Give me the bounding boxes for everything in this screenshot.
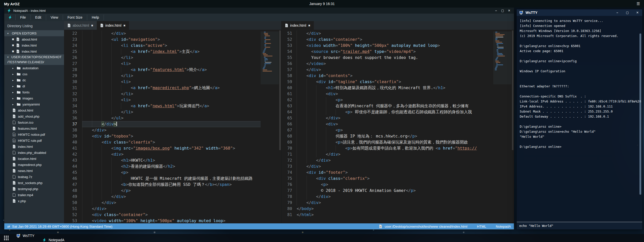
code-line-61[interactable]: <div> — [297, 91, 493, 97]
editor-scrollbar[interactable] — [279, 30, 281, 223]
code-line-52[interactable]: <div class="container"> — [82, 212, 261, 218]
open-editor-item[interactable]: about.html — [4, 36, 64, 42]
code-line-51[interactable]: </div> — [297, 30, 493, 37]
tree-folder-autostation[interactable]: autostation — [4, 65, 64, 71]
tree-file-item[interactable]: teabag.7z — [4, 174, 64, 180]
tree-folder-yamiyamimi[interactable]: yamiyamimi — [4, 101, 64, 107]
code-line-67[interactable]: <p> — [297, 127, 493, 133]
code-line-24[interactable]: <li class="active"> — [82, 43, 261, 49]
tree-file-item[interactable]: mapredirect.php — [4, 162, 64, 168]
close-editor-icon[interactable] — [12, 50, 14, 53]
tree-folder-dl[interactable]: dl — [4, 83, 64, 89]
code-line-31[interactable]: <a href="mapredirect.php">網上地圖</a> — [82, 85, 261, 91]
minimap[interactable] — [261, 30, 279, 223]
code-line-72[interactable]: </div> — [297, 157, 493, 163]
close-editor-icon[interactable] — [12, 38, 14, 41]
code-line-76[interactable]: <p> — [297, 182, 493, 188]
code-line-74[interactable]: <div id="footer"> — [297, 169, 493, 176]
tree-file-item[interactable]: testmysql.php — [4, 186, 64, 192]
code-line-57[interactable]: </div> — [297, 67, 493, 73]
code-line-81[interactable]: </html> — [297, 212, 493, 218]
code-line-71[interactable]: </div> — [297, 151, 493, 157]
code-area[interactable]: 2223242526272829303132333435363738394041… — [64, 30, 281, 223]
code-line-59[interactable]: <div id="tagline" class="clearfix"> — [297, 79, 493, 85]
tree-section-open-editors[interactable]: OPEN EDITORS — [4, 30, 64, 36]
code-line-27[interactable]: <li> — [82, 61, 261, 67]
code-line-70[interactable]: <p>如有問題或需要申請白名單，歡迎加入我們的 <a href="https:/… — [297, 145, 493, 151]
scrollbar-thumb[interactable] — [512, 30, 513, 150]
close-tab-icon[interactable] — [91, 24, 93, 27]
tree-file-item[interactable]: about.html — [4, 107, 64, 113]
code-line-35[interactable]: </li> — [82, 109, 261, 115]
code-line-53[interactable]: <video width="100%" height="500px" autop… — [82, 218, 261, 223]
code-line-51[interactable]: </div> — [82, 206, 261, 212]
code-line-36[interactable]: </ul> — [82, 115, 261, 121]
code-line-46[interactable]: HKWTC 是一個 Minecraft 的建築伺服器，主要建築計劃包括鐵路 — [82, 176, 261, 182]
tree-folder-fonts[interactable]: fonts — [4, 89, 64, 95]
code-line-28[interactable]: <a href="features.html">簡介</a> — [82, 67, 261, 73]
tab-about.html[interactable]: about.html — [64, 21, 97, 30]
code-line-49[interactable]: </div> — [82, 194, 261, 200]
tree-file-item[interactable]: index.html — [4, 144, 64, 150]
tree-section-workspace[interactable]: USER:/DESKTOP/SCREENSHOT/TEST/WWW CLEANE… — [4, 54, 64, 65]
code-line-34[interactable]: <a href="news.html">玩家傳送門</a> — [82, 103, 261, 109]
code-line-33[interactable]: <li> — [82, 97, 261, 103]
tree-file-item[interactable]: add_vhost.php — [4, 113, 64, 119]
tree-file-item[interactable]: x.php — [4, 198, 64, 204]
tree-file-item[interactable]: favicon.ico — [4, 119, 64, 125]
app-grid-icon[interactable] — [4, 236, 9, 240]
tree-file-item[interactable]: features.html — [4, 125, 64, 131]
code-line-38[interactable]: </div> — [82, 127, 261, 133]
code-line-66[interactable]: <div> — [297, 121, 493, 127]
code-line-62[interactable]: <p> — [297, 97, 493, 103]
code-line-45[interactable]: <p> — [82, 169, 261, 176]
code-lines[interactable]: </div> <ul id="navigation"> <li class="a… — [82, 30, 261, 223]
code-line-29[interactable]: </li> — [82, 73, 261, 79]
wstty-titlebar[interactable]: WsTTY — [517, 9, 642, 16]
tree-file-item[interactable]: index.php_disabled — [4, 150, 64, 156]
code-line-69[interactable]: <p>請注意，我們的伺服器為確保玩家及遊玩時的質素，我們對的服器開啟 — [297, 139, 493, 145]
code-line-60[interactable]: <h1>特別為建築及鐵路而設，現代化的 Minecraft 世界.</h1> — [297, 85, 493, 91]
code-line-42[interactable]: <div> — [82, 151, 261, 157]
editor-pane-right[interactable]: index.html515253545556575859606162636465… — [281, 21, 514, 223]
code-line-26[interactable]: </li> — [82, 55, 261, 61]
tree-file-item[interactable]: news.html — [4, 168, 64, 174]
code-line-25[interactable]: <a href="index.html">主頁</a> — [82, 49, 261, 55]
hamburger-menu-icon[interactable] — [637, 2, 640, 6]
code-line-40[interactable]: <div class="clearfix"> — [82, 139, 261, 145]
code-line-41[interactable]: <img src="images/box.png" height="342" w… — [82, 145, 261, 151]
code-line-43[interactable]: <h1>HKWTC</h1> — [82, 157, 261, 163]
code-line-44[interactable]: <h2>香港的建築伺服器</h2> — [82, 163, 261, 169]
code-line-65[interactable]: </div> — [297, 115, 493, 121]
code-line-54[interactable]: <source src="trailer.mp4" type="video/mp… — [297, 49, 493, 55]
close-editor-icon[interactable] — [12, 44, 14, 47]
maximize-button[interactable] — [500, 9, 505, 13]
code-line-68[interactable]: 伺服器 IP 地址為： mcs.hkwtc.org</p> — [297, 133, 493, 139]
terminal-output[interactable]: [info] Conencting to arozos WsTTY servic… — [517, 16, 642, 222]
code-line-80[interactable]: </body> — [297, 206, 493, 212]
close-tab-icon[interactable] — [308, 24, 310, 27]
taskbar-item-notepada[interactable]: NotepadA — [40, 238, 66, 242]
menu-item-help[interactable]: Help — [87, 15, 104, 20]
code-line-52[interactable]: <div class="container"> — [297, 37, 493, 43]
directory-tree[interactable]: OPEN EDITORSabout.htmlindex.htmlindex.ht… — [4, 30, 64, 223]
terminal-scrollbar[interactable] — [639, 33, 641, 195]
tree-file-item[interactable]: AHKWTC notice.pdf — [4, 131, 64, 137]
tree-file-item[interactable]: AHKWTC rule.pdf — [4, 137, 64, 144]
code-line-55[interactable]: Your browser does not support the video … — [297, 55, 493, 61]
code-line-77[interactable]: © 2018 - 2019 HKWTC Animation Gamer</p> — [297, 188, 493, 194]
code-line-30[interactable]: <li> — [82, 79, 261, 85]
code-line-47[interactable]: <b>你知道我們全部伺服器已轉用 SSD 了嗎？</b></span> — [82, 182, 261, 188]
code-line-56[interactable]: </video> — [297, 61, 493, 67]
code-line-32[interactable]: </li> — [82, 91, 261, 97]
code-line-58[interactable]: <div id="contents"> — [297, 73, 493, 79]
tree-folder-css[interactable]: css — [4, 71, 64, 77]
menu-item-edit[interactable]: Edit — [31, 15, 46, 20]
taskbar-item-wstty[interactable]: WsTTY — [14, 234, 66, 238]
code-line-63[interactable]: 在香港的Minecraft 伺服器中，多為小遊戲和純生存的伺服器，較少擁有 — [297, 103, 493, 109]
close-button[interactable] — [635, 11, 640, 15]
editor-scrollbar[interactable] — [511, 30, 514, 223]
editor-pane-left[interactable]: about.htmlindex.html22232425262728293031… — [64, 21, 281, 223]
code-line-37[interactable]: </div> — [82, 121, 261, 127]
code-line-39[interactable]: <div id="topbox"> — [82, 133, 261, 139]
